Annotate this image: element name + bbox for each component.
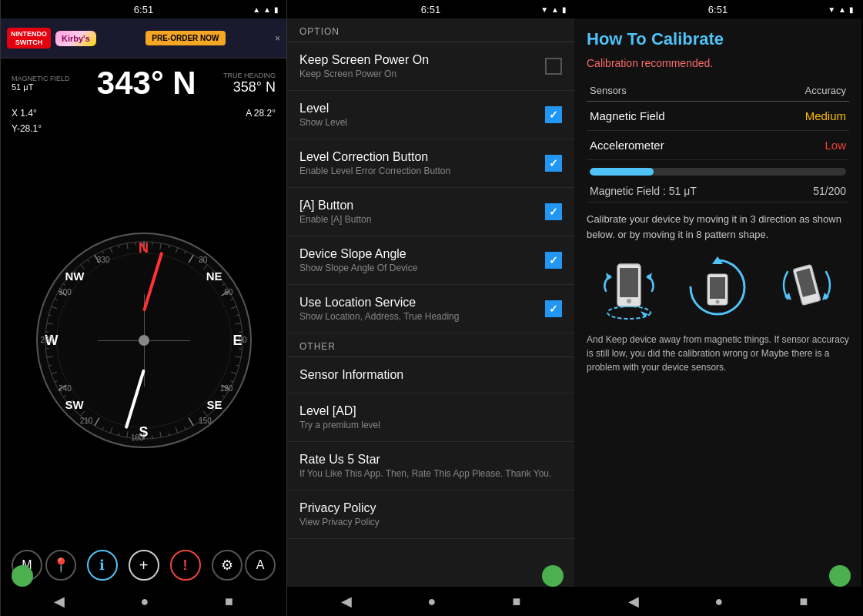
back-button-settings[interactable]: ◀ — [341, 593, 352, 610]
settings-item-level-ad[interactable]: Level [AD] Try a premium level — [287, 393, 574, 442]
true-heading-label: TRUE HEADING — [223, 72, 276, 79]
coord-x: X 1.4° — [12, 108, 37, 119]
calib-instructions: Calibrate your device by moving it in 3 … — [587, 212, 849, 242]
svg-line-44 — [94, 418, 99, 426]
section-option-header: OPTION — [287, 18, 574, 42]
level-title: Level — [299, 102, 545, 116]
mag-field-sensor-name: Magnetic Field — [590, 109, 665, 122]
green-dot-calib[interactable] — [829, 565, 851, 587]
settings-item-privacy[interactable]: Privacy Policy View Privacy Policy — [287, 490, 574, 539]
svg-line-71 — [118, 245, 119, 248]
keep-screen-title: Keep Screen Power On — [299, 53, 545, 67]
svg-line-7 — [184, 251, 186, 254]
direction-se: SE — [206, 398, 222, 411]
status-icons-calib: ▼ ▲ ▮ — [828, 5, 854, 14]
home-button-calib[interactable]: ● — [715, 594, 724, 610]
svg-line-59 — [49, 315, 52, 316]
time-settings: 6:51 — [421, 4, 440, 15]
slope-angle-checkbox[interactable] — [545, 252, 562, 269]
compass-num-120: 120 — [220, 384, 233, 393]
calib-recommended: Calibration recommended. — [587, 57, 849, 69]
svg-line-17 — [236, 315, 239, 316]
slope-angle-subtitle: Show Slope Angle Of Device — [299, 263, 545, 273]
svg-line-58 — [46, 323, 52, 324]
back-button-calib[interactable]: ◀ — [628, 593, 639, 610]
direction-n: N — [139, 240, 149, 256]
svg-line-36 — [159, 431, 160, 437]
svg-line-63 — [63, 284, 65, 286]
location-subtitle: Show Location, Address, True Heading — [299, 311, 545, 322]
home-button-settings[interactable]: ● — [428, 594, 437, 610]
slope-angle-title: Device Slope Angle — [299, 247, 545, 261]
green-dot-compass[interactable] — [12, 565, 33, 587]
level-ad-subtitle: Try a premium level — [299, 420, 562, 430]
calib-extra-text: And Keep device away from magnetic thing… — [587, 333, 849, 374]
settings-item-rate[interactable]: Rate Us 5 Star If You Like This App. The… — [287, 442, 574, 490]
level-checkbox[interactable] — [545, 106, 562, 123]
sensor-info-title: Sensor Information — [299, 368, 562, 382]
settings-item-level-correction[interactable]: Level Correction Button Enable Level Err… — [287, 139, 574, 188]
location-checkbox[interactable] — [545, 300, 562, 317]
green-dot-settings[interactable] — [542, 565, 564, 587]
rate-subtitle: If You Like This App. Then, Rate This Ap… — [299, 468, 562, 479]
alert-button[interactable]: ! — [170, 550, 201, 581]
settings-item-location[interactable]: Use Location Service Show Location, Addr… — [287, 285, 574, 333]
calibration-content: How To Calibrate Calibration recommended… — [574, 18, 861, 587]
time-calib: 6:51 — [708, 4, 728, 15]
a-button-title: [A] Button — [299, 199, 545, 213]
wifi-icon-settings: ▼ — [540, 5, 548, 14]
svg-line-70 — [110, 248, 112, 253]
diagram-side-rotation — [776, 253, 838, 322]
calib-table-header: Sensors Accuracy — [587, 80, 849, 102]
ad-close-button[interactable]: × — [275, 33, 280, 44]
level-correction-checkbox[interactable] — [545, 155, 562, 172]
diagram-svg-side — [776, 253, 838, 322]
rate-title: Rate Us 5 Star — [299, 453, 562, 467]
settings-item-sensor-info[interactable]: Sensor Information — [287, 357, 574, 393]
svg-line-53 — [49, 365, 52, 366]
privacy-title: Privacy Policy — [299, 501, 562, 515]
svg-line-35 — [169, 433, 169, 436]
mag-reading-label: Magnetic Field : 51 μT — [590, 185, 697, 197]
settings-item-slope-angle[interactable]: Device Slope Angle Show Slope Angle Of D… — [287, 236, 574, 285]
ad-content: NINTENDOSWITCH Kirby's — [7, 28, 96, 49]
a-button-checkbox[interactable] — [545, 203, 562, 220]
settings-item-keep-screen[interactable]: Keep Screen Power On Keep Screen Power O… — [287, 42, 574, 91]
svg-line-25 — [230, 380, 233, 382]
level-correction-title: Level Correction Button — [299, 150, 545, 164]
compass-num-30: 30 — [199, 256, 207, 264]
settings-item-level[interactable]: Level Show Level — [287, 91, 574, 139]
recent-button-settings[interactable]: ■ — [513, 594, 521, 610]
ad-banner[interactable]: NINTENDOSWITCH Kirby's PRE-ORDER NOW × — [1, 18, 286, 59]
battery-icon-settings: ▮ — [562, 5, 567, 14]
recent-button-compass[interactable]: ■ — [225, 594, 233, 610]
info-button[interactable]: ℹ — [87, 550, 118, 581]
home-button-compass[interactable]: ● — [141, 594, 149, 610]
svg-line-34 — [176, 427, 178, 433]
coord-y: Y-28.1° — [12, 123, 42, 134]
a-button[interactable]: A — [245, 550, 276, 581]
compass-num-270: 270 — [41, 336, 54, 344]
sensors-col-header: Sensors — [590, 85, 627, 96]
sensor-row-magnetic: Magnetic Field Medium — [587, 102, 849, 131]
add-button[interactable]: + — [129, 550, 159, 581]
mag-field-label: MAGNETIC FIELD — [12, 75, 70, 82]
svg-line-54 — [46, 357, 52, 357]
wifi-icon-calib: ▼ — [828, 5, 835, 14]
keep-screen-checkbox[interactable] — [545, 58, 562, 75]
diagram-svg-flat — [598, 253, 660, 322]
settings-item-a-button[interactable]: [A] Button Enable [A] Button — [287, 188, 574, 236]
direction-nw: NW — [65, 270, 85, 283]
mag-reading-value: 51/200 — [813, 185, 846, 197]
back-button-compass[interactable]: ◀ — [54, 593, 65, 610]
recent-button-calib[interactable]: ■ — [800, 594, 808, 610]
location-button[interactable]: 📍 — [45, 550, 76, 581]
settings-nav-button[interactable]: ⚙ — [212, 550, 243, 581]
svg-line-5 — [169, 245, 169, 248]
compass-bottom-bar: M 📍 ℹ + ! ⚙ A — [1, 544, 286, 587]
sensor-row-accelerometer: Accelerometer Low — [587, 131, 849, 160]
compass-num-90: 90 — [238, 336, 246, 344]
ad-preorder-button[interactable]: PRE-ORDER NOW — [146, 31, 225, 45]
svg-line-41 — [118, 433, 119, 436]
svg-line-66 — [80, 265, 84, 270]
